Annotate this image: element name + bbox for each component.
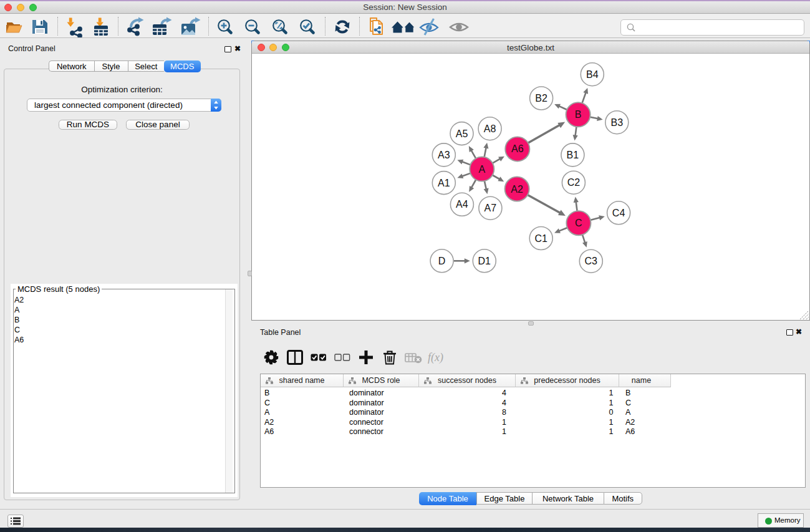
svg-text:A: A — [478, 164, 485, 175]
svg-text:A8: A8 — [484, 123, 496, 134]
svg-text:A6: A6 — [511, 143, 524, 154]
svg-text:C4: C4 — [612, 208, 625, 218]
svg-text:C3: C3 — [585, 256, 598, 266]
svg-text:B3: B3 — [611, 117, 624, 128]
svg-text:C1: C1 — [534, 233, 547, 244]
svg-text:C: C — [575, 218, 582, 228]
svg-text:D: D — [438, 256, 446, 266]
svg-text:A4: A4 — [456, 199, 468, 210]
svg-text:A3: A3 — [438, 150, 450, 160]
svg-text:D1: D1 — [478, 256, 491, 266]
svg-text:A1: A1 — [438, 178, 450, 188]
svg-text:A7: A7 — [485, 203, 497, 213]
svg-text:A2: A2 — [511, 184, 523, 195]
svg-text:C2: C2 — [567, 177, 581, 188]
svg-text:B: B — [575, 109, 582, 120]
svg-text:A5: A5 — [456, 128, 468, 139]
svg-text:B4: B4 — [586, 69, 599, 80]
svg-text:B2: B2 — [535, 93, 547, 104]
svg-text:B1: B1 — [567, 150, 579, 160]
